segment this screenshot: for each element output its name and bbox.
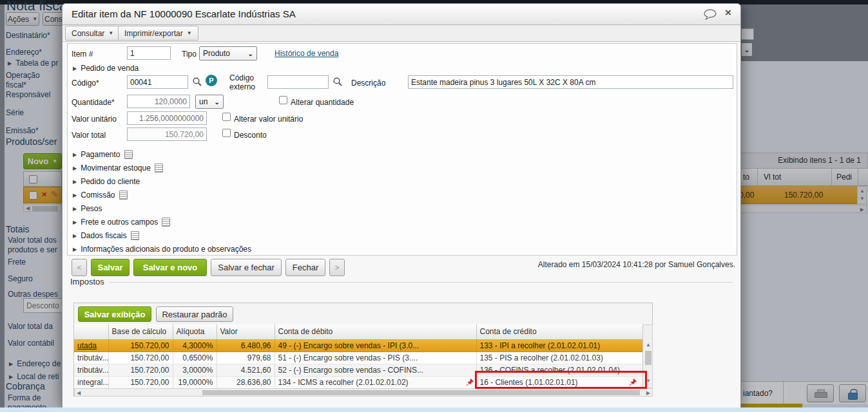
delete-icon[interactable]: × bbox=[42, 189, 47, 199]
consultar-bg-button[interactable]: Cons bbox=[43, 12, 64, 26]
row-checkbox[interactable] bbox=[29, 191, 37, 200]
unidade-select[interactable]: un ⌄ bbox=[195, 95, 224, 109]
cell-credito[interactable]: 133 - IPI a recolher (2.01.02.01.01) bbox=[476, 339, 642, 351]
toggle-comissao[interactable]: ▶ Comissão bbox=[73, 191, 128, 200]
tipo-value: Produto bbox=[203, 49, 230, 58]
pin-icon[interactable] bbox=[466, 378, 474, 388]
col-header-aliquota[interactable]: Alíquota bbox=[173, 324, 217, 339]
bg-table-hscrollbar[interactable]: ▶ bbox=[738, 205, 867, 213]
toggle-local-retirada[interactable]: ▶ Local de reti bbox=[9, 372, 59, 382]
desconto-checkbox[interactable] bbox=[222, 129, 231, 137]
historico-venda-link[interactable]: Histórico de venda bbox=[275, 49, 338, 58]
product-link-icon[interactable]: P bbox=[206, 75, 217, 86]
menu-consultar[interactable]: Consultar ▼ bbox=[65, 26, 120, 41]
item-number-input[interactable] bbox=[127, 46, 171, 60]
toggle-endereco-entrega[interactable]: ▶ Endereço de bbox=[9, 359, 61, 369]
products-table-row[interactable]: × ✎ bbox=[23, 187, 62, 203]
impostos-hscrollbar[interactable]: ◀ ▶ bbox=[74, 388, 653, 397]
select-all-checkbox[interactable] bbox=[29, 175, 37, 183]
edit-pencil-icon[interactable]: ✎ bbox=[51, 189, 58, 199]
bg-table-header-row: to Vl tot Pedi bbox=[738, 169, 868, 186]
impostos-legend-line bbox=[109, 282, 733, 283]
tipo-select[interactable]: Produto ⌄ bbox=[199, 46, 257, 61]
toggle-movimentar-estoque[interactable]: ▶ Movimentar estoque bbox=[73, 164, 163, 173]
cell-credito[interactable]: 135 - PIS a recolher (2.01.02.01.03) bbox=[476, 351, 642, 364]
label-valor-total-nota: Valor total da bbox=[8, 322, 66, 332]
search-icon[interactable] bbox=[192, 77, 202, 87]
doc-icon[interactable] bbox=[131, 231, 139, 240]
salvar-button[interactable]: Salvar bbox=[91, 259, 130, 276]
next-item-button[interactable]: > bbox=[329, 259, 345, 276]
search-icon[interactable] bbox=[333, 77, 343, 87]
toggle-pesos[interactable]: ▶ Pesos bbox=[73, 204, 102, 213]
cell-debito[interactable]: 52 - (-) Encargo sobre vendas - COFINS..… bbox=[275, 364, 476, 376]
col-header-vltot[interactable]: Vl tot bbox=[764, 173, 781, 182]
alterar-valor-checkbox[interactable] bbox=[222, 113, 231, 121]
col-header-base[interactable]: Base de cálculo bbox=[108, 324, 173, 339]
print-button[interactable] bbox=[807, 384, 834, 402]
descricao-input[interactable] bbox=[408, 75, 733, 89]
toggle-informacoes-adicionais[interactable]: ▶ Informações adicionais do produto e ob… bbox=[73, 245, 251, 254]
salvar-e-novo-button[interactable]: Salvar e novo bbox=[133, 259, 207, 276]
scroll-thumb[interactable] bbox=[32, 206, 58, 211]
codigo-input[interactable] bbox=[127, 75, 188, 89]
col-header-to[interactable]: to bbox=[743, 173, 749, 182]
col-header-name[interactable] bbox=[74, 324, 108, 339]
alterar-quantidade-checkbox[interactable] bbox=[279, 96, 287, 104]
scroll-right-icon[interactable]: ▶ bbox=[860, 207, 864, 212]
acoes-button[interactable]: Ações ▼ bbox=[6, 12, 39, 26]
doc-icon[interactable] bbox=[162, 218, 170, 227]
close-icon[interactable]: × bbox=[725, 6, 731, 19]
toggle-tabela-de-precos[interactable]: ▶ Tabela de pr bbox=[8, 59, 64, 68]
doc-icon[interactable] bbox=[119, 191, 128, 200]
valor-unitario-input[interactable] bbox=[127, 111, 207, 125]
novo-button[interactable]: Novo ▼ bbox=[23, 153, 62, 169]
fechar-button[interactable]: Fechar bbox=[285, 259, 325, 276]
toggle-pedido-de-venda[interactable]: ▶ Pedido de venda bbox=[73, 64, 139, 73]
bg-table-vscrollbar[interactable]: ▲ ▼ bbox=[857, 186, 867, 204]
restaurar-padrao-button[interactable]: Restaurar padrão bbox=[156, 306, 233, 322]
prev-item-button[interactable]: < bbox=[72, 259, 87, 276]
products-hscrollbar[interactable]: ◀ bbox=[23, 204, 62, 212]
scroll-right-icon[interactable]: ▶ bbox=[646, 390, 650, 396]
doc-icon[interactable] bbox=[124, 150, 133, 159]
screen: Nota fisca Ações ▼ Cons Destinatário* En… bbox=[0, 0, 868, 412]
scroll-left-icon[interactable]: ◀ bbox=[24, 205, 31, 211]
divider bbox=[783, 382, 784, 405]
modal-title-bar[interactable]: Editar item da NF 10000090 Escarlate Ind… bbox=[63, 4, 740, 25]
cell-debito[interactable]: 49 - (-) Encargo sobre vendas - IPI (3.0… bbox=[275, 339, 476, 351]
codigo-externo-input[interactable] bbox=[267, 75, 329, 89]
toggle-pedido-do-cliente[interactable]: ▶ Pedido do cliente bbox=[73, 177, 140, 186]
salvar-e-fechar-button[interactable]: Salvar e fechar bbox=[211, 259, 282, 276]
col-header-credito[interactable]: Conta de crédito bbox=[476, 324, 642, 339]
valor-total-input bbox=[127, 127, 207, 141]
scroll-left-icon[interactable]: ◀ bbox=[77, 390, 81, 396]
imposto-row-ipi[interactable]: utada 150.720,00 4,3000% 6.480,96 49 - (… bbox=[74, 339, 642, 351]
cell-debito-text: 134 - ICMS a recolher (2.01.02.01.02) bbox=[278, 378, 409, 387]
scroll-thumb[interactable] bbox=[202, 390, 640, 395]
col-header-pedi[interactable]: Pedi bbox=[836, 173, 852, 182]
col-header-valor[interactable]: Valor bbox=[217, 324, 275, 339]
toggle-pagamento[interactable]: ▶ Pagamento bbox=[73, 150, 133, 159]
desconto-input[interactable] bbox=[23, 298, 63, 313]
scroll-thumb[interactable] bbox=[645, 351, 651, 365]
comment-icon[interactable] bbox=[703, 9, 717, 20]
imposto-row-pis[interactable]: tributáv... 150.720,00 0,6500% 979,68 51… bbox=[74, 351, 642, 364]
lock-button[interactable] bbox=[839, 384, 866, 402]
toggle-dados-fiscais[interactable]: ▶ Dados fiscais bbox=[73, 231, 139, 240]
bg-peek-select[interactable]: ⌄ bbox=[741, 42, 753, 57]
cell-debito[interactable]: 134 - ICMS a recolher (2.01.02.01.02) bbox=[275, 376, 476, 388]
quantidade-input[interactable] bbox=[127, 95, 190, 108]
col-header-debito[interactable]: Conta de débito bbox=[275, 324, 476, 339]
scroll-up-icon[interactable]: ▲ bbox=[860, 188, 865, 194]
salvar-exibicao-button[interactable]: Salvar exibição bbox=[78, 306, 151, 322]
cell-debito[interactable]: 51 - (-) Encargo sobre vendas - PIS (3..… bbox=[275, 351, 476, 364]
menu-imprimir-exportar[interactable]: Imprimir/exportar ▼ bbox=[118, 26, 198, 41]
bg-peek-input[interactable] bbox=[741, 28, 754, 40]
scroll-down-icon[interactable]: ▼ bbox=[860, 196, 865, 201]
doc-icon[interactable] bbox=[155, 164, 163, 173]
toggle-frete-outros[interactable]: ▶ Frete e outros campos bbox=[73, 218, 170, 227]
label-emissao: Emissão* bbox=[6, 126, 63, 136]
bg-table-selected-row[interactable]: 0,00 150.720,00 bbox=[738, 186, 857, 204]
scroll-up-icon[interactable]: ▲ bbox=[646, 342, 651, 348]
